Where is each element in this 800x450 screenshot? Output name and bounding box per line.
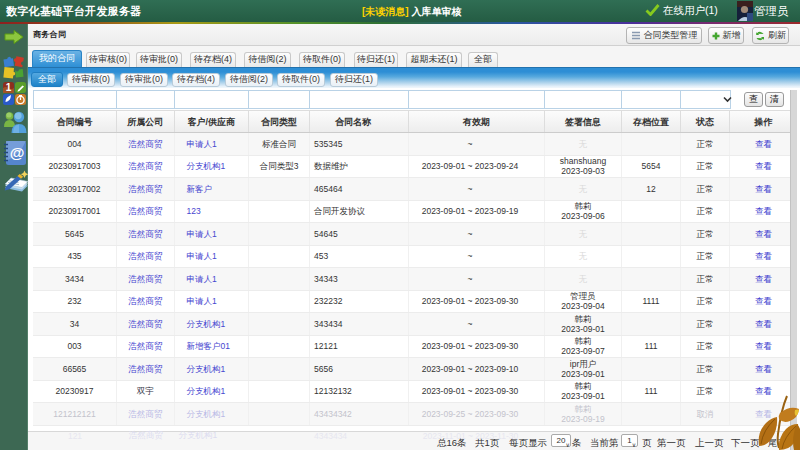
svg-text:1: 1 <box>6 82 12 93</box>
svg-text:@: @ <box>10 144 25 161</box>
